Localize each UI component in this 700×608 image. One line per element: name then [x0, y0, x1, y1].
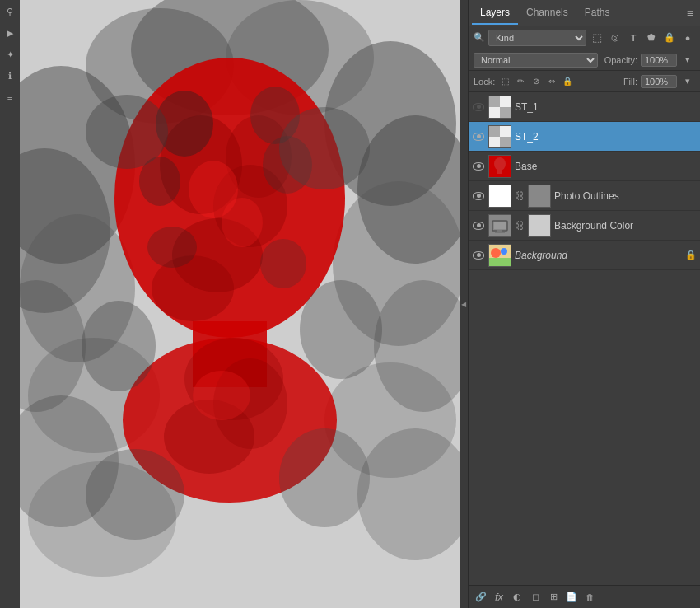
layer-name-st2: ST_2	[515, 131, 697, 143]
layer-thumbnail-base	[488, 155, 511, 178]
svg-rect-44	[500, 96, 511, 107]
svg-rect-54	[494, 222, 506, 229]
svg-rect-49	[489, 137, 500, 147]
svg-rect-43	[489, 96, 500, 107]
svg-rect-46	[500, 107, 511, 118]
layer-thumbnail-st2	[488, 125, 511, 148]
layer-visibility-st2[interactable]	[472, 130, 485, 143]
filter-type-icon[interactable]: T	[626, 30, 641, 45]
blend-mode-row: Normal Dissolve Multiply Screen Overlay …	[469, 49, 700, 71]
layer-mask-bg-color	[528, 214, 551, 237]
layer-row-photo-outlines[interactable]: ⛓ Photo Outlines	[469, 181, 700, 211]
svg-point-30	[193, 371, 250, 420]
opacity-label: Opacity:	[604, 55, 637, 65]
left-toolbar: ⚲ ▶ ✦ ℹ ≡	[0, 0, 20, 608]
layer-name-photo-outlines: Photo Outlines	[554, 190, 697, 202]
layer-visibility-photo-outlines[interactable]	[472, 189, 485, 203]
layer-visibility-background[interactable]	[472, 249, 485, 262]
panel-new-layer-icon[interactable]: 📄	[564, 590, 579, 605]
panel-adjustment-icon[interactable]: ◻	[528, 590, 543, 605]
layer-visibility-st1[interactable]	[472, 101, 485, 114]
filter-pixel-icon[interactable]: ⬚	[590, 30, 604, 45]
lock-artboard-icon[interactable]: ⊘	[530, 75, 543, 88]
svg-point-40	[300, 280, 382, 379]
layer-thumbnail-st1	[488, 96, 511, 119]
layers-list: ST_1 ST_2	[469, 92, 700, 585]
layer-chain-bg-color: ⛓	[515, 220, 525, 232]
panel-delete-icon[interactable]: 🗑	[582, 590, 597, 605]
layer-row-bg-color[interactable]: ⛓ Background Color	[469, 211, 700, 241]
svg-point-41	[86, 449, 184, 540]
filter-dot-icon[interactable]: ●	[680, 30, 695, 45]
tab-paths[interactable]: Paths	[576, 2, 618, 25]
artwork-canvas	[0, 0, 460, 608]
canvas-area: ⚲ ▶ ✦ ℹ ≡	[0, 0, 460, 608]
svg-point-51	[494, 157, 506, 171]
layer-lock-background: 🔒	[685, 250, 697, 260]
panel-mask-icon[interactable]: ◐	[510, 590, 525, 605]
lock-fill-row: Lock: ⬚ ✏ ⊘ ⇔ 🔒 Fill: 100% ▾	[469, 71, 700, 92]
filter-adjust-icon[interactable]: ◎	[608, 30, 623, 45]
toolbar-icon-settings[interactable]: ✦	[2, 46, 18, 63]
lock-paint-icon[interactable]: ✏	[514, 75, 527, 88]
layer-visibility-bg-color[interactable]	[472, 219, 485, 232]
svg-point-60	[501, 248, 507, 255]
panel-tabs: Layers Channels Paths ≡	[469, 0, 700, 26]
toolbar-icon-layers[interactable]: ⚲	[2, 3, 18, 20]
tab-channels[interactable]: Channels	[518, 2, 576, 25]
chevron-icon: ◀	[461, 301, 466, 308]
filter-row: 🔍 Kind Name Effect ⬚ ◎ T ⬟ 🔒 ●	[469, 26, 700, 49]
panel-collapse-handle[interactable]: ◀	[460, 0, 468, 608]
layers-panel: Layers Channels Paths ≡ 🔍 Kind Name Effe…	[468, 0, 700, 608]
layer-name-bg-color: Background Color	[554, 220, 697, 232]
svg-rect-50	[500, 137, 511, 147]
panel-options-icon[interactable]: ≡	[684, 3, 697, 23]
svg-point-42	[279, 428, 370, 527]
panel-group-icon[interactable]: ⊞	[546, 590, 561, 605]
toolbar-icon-info[interactable]: ℹ	[2, 68, 18, 84]
panel-fx-icon[interactable]: fx	[492, 590, 506, 605]
layer-row-st1[interactable]: ST_1	[469, 92, 700, 122]
svg-rect-45	[489, 107, 500, 118]
layer-thumbnail-photo-outlines-main	[488, 185, 511, 208]
layer-mask-photo-outlines	[528, 185, 551, 208]
toolbar-icon-menu[interactable]: ≡	[2, 89, 18, 105]
filter-shape-icon[interactable]: ⬟	[644, 30, 659, 45]
fill-value[interactable]: 100%	[641, 75, 677, 88]
svg-rect-59	[489, 258, 511, 266]
svg-rect-56	[495, 232, 505, 233]
filter-smart-icon[interactable]: 🔒	[662, 30, 677, 45]
layer-name-base: Base	[515, 161, 697, 172]
lock-transparent-icon[interactable]: ⬚	[498, 75, 511, 88]
layer-visibility-base[interactable]	[472, 160, 485, 173]
opacity-value[interactable]: 100%	[641, 54, 677, 67]
svg-point-37	[86, 95, 168, 169]
layer-row-base[interactable]: Base	[469, 152, 700, 181]
panel-bottom-toolbar: 🔗 fx ◐ ◻ ⊞ 📄 🗑	[469, 585, 700, 608]
svg-point-29	[222, 198, 263, 247]
toolbar-icon-play[interactable]: ▶	[2, 25, 18, 41]
lock-icons-group: ⬚ ✏ ⊘ ⇔ 🔒	[498, 75, 574, 88]
layer-thumbnail-bg-color-main	[488, 214, 511, 237]
lock-all-icon[interactable]: 🔒	[561, 75, 574, 88]
layer-name-st1: ST_1	[515, 101, 697, 113]
tab-layers[interactable]: Layers	[472, 2, 518, 25]
svg-rect-48	[500, 126, 511, 137]
lock-label: Lock:	[474, 77, 495, 87]
svg-point-36	[260, 239, 306, 288]
filter-search-icon: 🔍	[474, 32, 485, 43]
svg-point-38	[279, 107, 370, 189]
svg-point-58	[491, 248, 501, 258]
layer-name-background: Background	[515, 250, 682, 261]
filter-kind-select[interactable]: Kind Name Effect	[488, 30, 586, 46]
fill-label: Fill:	[623, 77, 637, 87]
blend-mode-select[interactable]: Normal Dissolve Multiply Screen Overlay	[474, 53, 598, 68]
svg-point-35	[147, 227, 197, 268]
svg-point-39	[82, 301, 156, 391]
opacity-dropdown-icon[interactable]: ▾	[680, 53, 695, 68]
layer-row-background[interactable]: Background 🔒	[469, 241, 700, 270]
fill-dropdown-icon[interactable]: ▾	[680, 74, 695, 89]
panel-link-icon[interactable]: 🔗	[474, 590, 488, 605]
layer-row-st2[interactable]: ST_2	[469, 122, 700, 152]
lock-position-icon[interactable]: ⇔	[545, 75, 558, 88]
